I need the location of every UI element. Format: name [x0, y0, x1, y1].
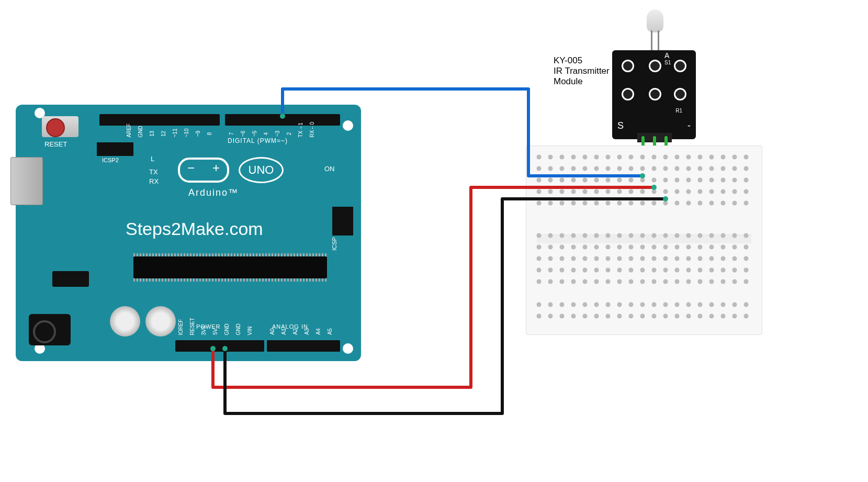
ky005-module: A S1 R1 S - — [612, 50, 696, 139]
uno-label: UNO — [239, 157, 284, 183]
pcb-hole — [649, 60, 661, 72]
on-led-label: ON — [324, 165, 335, 173]
digital-header-right[interactable] — [225, 114, 340, 126]
voltage-regulator — [52, 271, 89, 287]
pcb-hole — [674, 88, 686, 100]
module-desc2: Module — [554, 76, 610, 87]
infinity-icon — [178, 158, 229, 183]
txrx-labels: TX RX — [149, 167, 159, 186]
module-desc: IR Transmitter — [554, 66, 610, 76]
arduino-logo: UNO — [178, 157, 284, 183]
signal-pin-label: S — [617, 120, 624, 131]
capacitor — [110, 306, 140, 337]
minus-pin-label: - — [687, 120, 691, 131]
reset-button[interactable] — [42, 116, 78, 137]
power-header[interactable] — [175, 340, 264, 352]
icsp2-label: ICSP2 — [102, 157, 119, 163]
wiring-diagram: RESET DIGITAL (PWM=~) POWER ANALOG IN IC… — [0, 0, 868, 482]
digital-header-left[interactable] — [99, 114, 220, 126]
icsp2-header[interactable] — [97, 142, 133, 156]
analog-header[interactable] — [267, 340, 340, 352]
digital-label: DIGITAL (PWM=~) — [228, 137, 288, 144]
pcb-hole — [649, 88, 661, 100]
a-marking: A — [664, 51, 669, 60]
watermark-text: Steps2Make.com — [126, 219, 263, 239]
breadboard — [526, 145, 762, 335]
s1-marking: S1 — [664, 60, 671, 65]
arduino-uno-board: RESET DIGITAL (PWM=~) POWER ANALOG IN IC… — [16, 105, 361, 361]
icsp-header[interactable] — [332, 207, 353, 236]
ir-led-icon — [647, 9, 663, 49]
pcb-hole — [674, 60, 686, 72]
mounting-hole — [343, 120, 353, 131]
capacitor — [145, 306, 176, 337]
module-caption: KY-005 IR Transmitter Module — [554, 55, 610, 87]
rx-label: RX — [149, 177, 159, 186]
usb-port[interactable] — [10, 157, 43, 205]
module-name: KY-005 — [554, 55, 610, 66]
arduino-trademark: Arduino™ — [188, 187, 239, 198]
tx-label: TX — [149, 167, 159, 177]
reset-label: RESET — [44, 140, 67, 148]
pcb-hole — [622, 60, 634, 72]
power-jack[interactable] — [29, 314, 71, 345]
pcb-hole — [622, 88, 634, 100]
mounting-hole — [343, 343, 353, 354]
icsp-label: ICSP — [331, 237, 337, 251]
r1-marking: R1 — [675, 108, 682, 114]
l-led-label: L — [151, 155, 154, 163]
atmega-chip — [133, 256, 327, 278]
breadboard-channel — [537, 234, 751, 243]
